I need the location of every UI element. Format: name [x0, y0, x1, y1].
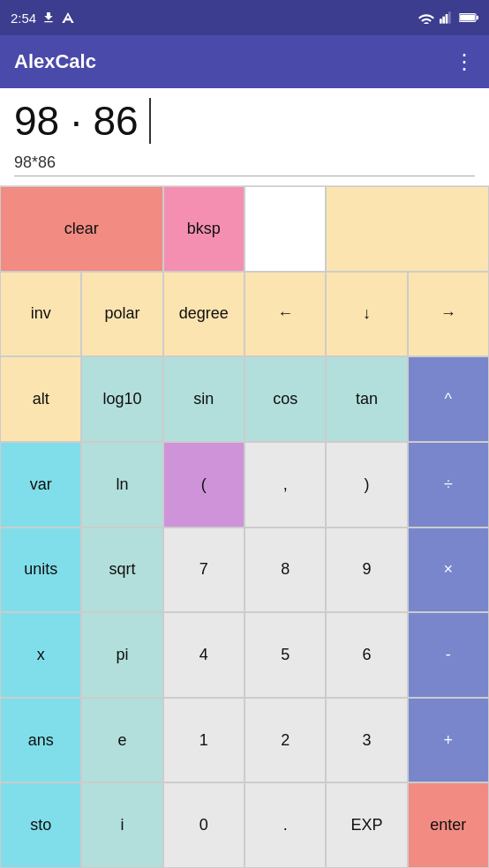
sqrt-button[interactable]: sqrt — [81, 528, 162, 613]
ln-button[interactable]: ln — [81, 442, 162, 528]
signal-icon — [440, 11, 454, 25]
a-icon — [61, 11, 75, 25]
digit-9-button[interactable]: 9 — [326, 528, 407, 613]
add-button[interactable]: + — [408, 698, 489, 783]
svg-rect-3 — [448, 11, 451, 23]
e-button[interactable]: e — [81, 698, 162, 783]
svg-rect-2 — [446, 14, 448, 24]
backspace-button[interactable]: bksp — [163, 186, 244, 272]
power-button[interactable]: ^ — [408, 356, 489, 442]
more-options-button[interactable]: ⋮ — [454, 49, 475, 74]
right-arrow-button[interactable]: → — [408, 272, 489, 357]
i-button[interactable]: i — [81, 782, 162, 868]
status-bar: 2:54 — [0, 0, 489, 35]
digit-4-button[interactable]: 4 — [163, 612, 244, 698]
empty-button — [244, 186, 326, 272]
right-paren-button[interactable]: ) — [326, 442, 407, 528]
svg-rect-0 — [440, 19, 442, 23]
digit-8-button[interactable]: 8 — [244, 528, 326, 613]
down-arrow-button[interactable]: ↓ — [326, 272, 407, 357]
download-icon — [41, 11, 56, 25]
digit-0-button[interactable]: 0 — [163, 782, 244, 868]
enter-button[interactable]: enter — [408, 782, 489, 868]
comma-button[interactable]: , — [244, 442, 326, 528]
left-paren-button[interactable]: ( — [163, 442, 244, 528]
wifi-icon — [418, 11, 434, 24]
calculator-grid: clear bksp inv polar degree ← ↓ → alt lo… — [0, 185, 489, 868]
raw-expression: 98*86 — [14, 153, 475, 176]
time-display: 2:54 — [11, 11, 36, 26]
left-arrow-button[interactable]: ← — [244, 272, 326, 357]
digit-1-button[interactable]: 1 — [163, 698, 244, 783]
var-button[interactable]: var — [0, 442, 81, 528]
app-bar: AlexCalc ⋮ — [0, 35, 489, 88]
clear-button[interactable]: clear — [0, 186, 163, 272]
battery-icon — [459, 11, 478, 24]
sto-button[interactable]: sto — [0, 782, 81, 868]
svg-rect-5 — [460, 15, 475, 21]
status-right — [418, 11, 478, 25]
display-area: 98 · 86 98*86 — [0, 88, 489, 185]
subtract-button[interactable]: - — [408, 612, 489, 698]
app-title: AlexCalc — [14, 50, 96, 73]
pi-button[interactable]: pi — [81, 612, 162, 698]
exp-button[interactable]: EXP — [326, 782, 407, 868]
tan-button[interactable]: tan — [326, 356, 407, 442]
status-left: 2:54 — [11, 11, 75, 26]
digit-7-button[interactable]: 7 — [163, 528, 244, 613]
ans-button[interactable]: ans — [0, 698, 81, 783]
digit-5-button[interactable]: 5 — [244, 612, 326, 698]
multiply-button[interactable]: × — [408, 528, 489, 613]
divide-button[interactable]: ÷ — [408, 442, 489, 528]
expression-display: 98 · 86 — [14, 97, 475, 150]
degree-button[interactable]: degree — [163, 272, 244, 357]
x-button[interactable]: x — [0, 612, 81, 698]
cos-button[interactable]: cos — [244, 356, 326, 442]
decimal-button[interactable]: . — [244, 782, 326, 868]
polar-button[interactable]: polar — [81, 272, 162, 357]
inv-button[interactable]: inv — [0, 272, 81, 357]
log10-button[interactable]: log10 — [81, 356, 162, 442]
svg-rect-1 — [442, 17, 445, 24]
digit-2-button[interactable]: 2 — [244, 698, 326, 783]
digit-3-button[interactable]: 3 — [326, 698, 407, 783]
alt-button[interactable]: alt — [0, 356, 81, 442]
digit-6-button[interactable]: 6 — [326, 612, 407, 698]
sin-button[interactable]: sin — [163, 356, 244, 442]
up-button[interactable] — [326, 186, 489, 272]
svg-rect-6 — [477, 16, 478, 19]
units-button[interactable]: units — [0, 528, 81, 613]
